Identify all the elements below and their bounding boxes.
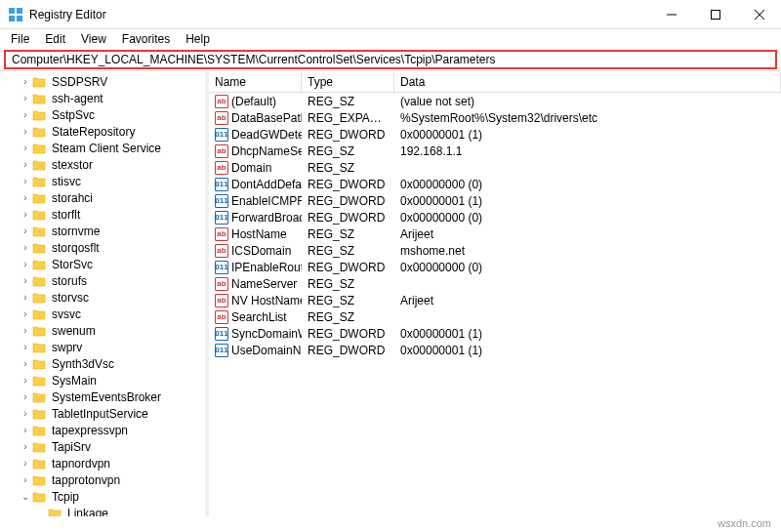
value-data: Arijeet (394, 294, 781, 307)
menu-view[interactable]: View (74, 30, 113, 48)
list-pane[interactable]: Name Type Data ab(Default) REG_SZ (value… (209, 71, 781, 516)
folder-icon (31, 457, 47, 471)
list-row[interactable]: 011SyncDomainWit... REG_DWORD 0x00000001… (209, 325, 781, 342)
list-row[interactable]: abDhcpNameServer REG_SZ 192.168.1.1 (209, 143, 781, 159)
list-row[interactable]: abHostName REG_SZ Arijeet (209, 225, 781, 242)
address-text: Computer\HKEY_LOCAL_MACHINE\SYSTEM\Curre… (12, 53, 496, 66)
list-row[interactable]: 011UseDomainNam... REG_DWORD 0x00000001 … (209, 342, 781, 358)
list-row[interactable]: 011ForwardBroadca... REG_DWORD 0x0000000… (209, 209, 781, 225)
address-bar[interactable]: Computer\HKEY_LOCAL_MACHINE\SYSTEM\Curre… (4, 50, 777, 69)
expand-icon[interactable]: › (20, 109, 31, 120)
list-row[interactable]: 011DeadGWDetect... REG_DWORD 0x00000001 … (209, 126, 781, 143)
tree-item[interactable]: › SystemEventsBroker (0, 389, 205, 405)
minimize-button[interactable] (649, 0, 693, 29)
tree-item[interactable]: › storufs (0, 272, 205, 289)
list-row[interactable]: ab(Default) REG_SZ (value not set) (209, 93, 781, 109)
tree-item[interactable]: › tapprotonvpn (0, 471, 205, 488)
value-type: REG_SZ (302, 161, 394, 175)
expand-icon[interactable]: › (20, 93, 31, 103)
expand-icon[interactable]: › (20, 242, 31, 253)
tree-item[interactable]: › storflt (0, 206, 205, 223)
maximize-button[interactable] (693, 0, 737, 29)
tree-item[interactable]: › storahci (0, 189, 205, 206)
menu-help[interactable]: Help (179, 30, 217, 48)
tree-item[interactable]: ⌄ Tcpip (0, 488, 205, 505)
expand-icon[interactable]: › (20, 143, 31, 153)
tree-item[interactable]: › SstpSvc (0, 106, 205, 123)
expand-icon[interactable]: › (20, 458, 31, 469)
expand-icon[interactable]: › (20, 325, 31, 336)
tree-item[interactable]: › Synth3dVsc (0, 355, 205, 372)
tree-item[interactable]: › storvsc (0, 289, 205, 306)
dword-icon: 011 (215, 261, 228, 274)
value-data: 0x00000001 (1) (394, 344, 781, 357)
expand-icon[interactable]: › (20, 308, 31, 319)
list-row[interactable]: 011DontAddDefault... REG_DWORD 0x0000000… (209, 176, 781, 192)
expand-icon[interactable]: › (20, 391, 31, 402)
tree-item[interactable]: › ssh-agent (0, 90, 205, 106)
svg-rect-3 (17, 16, 22, 21)
menu-favorites[interactable]: Favorites (115, 30, 177, 48)
folder-icon (31, 390, 47, 404)
expand-icon[interactable]: › (20, 358, 31, 369)
header-name[interactable]: Name (209, 71, 302, 92)
value-name: IPEnableRouter (231, 261, 302, 274)
list-row[interactable]: abSearchList REG_SZ (209, 308, 781, 325)
tree-item[interactable]: › TabletInputService (0, 405, 205, 422)
expand-icon[interactable]: ⌄ (20, 491, 31, 502)
expand-icon[interactable]: › (20, 342, 31, 352)
value-type: REG_DWORD (302, 178, 394, 191)
value-type: REG_SZ (302, 227, 394, 241)
list-row[interactable]: abDataBasePath REG_EXPAND_SZ %SystemRoot… (209, 109, 781, 126)
tree-item[interactable]: › swenum (0, 322, 205, 339)
expand-icon[interactable]: › (20, 159, 31, 170)
close-button[interactable] (737, 0, 781, 29)
expand-icon[interactable]: › (20, 209, 31, 220)
header-data[interactable]: Data (394, 71, 781, 92)
expand-icon[interactable]: › (20, 275, 31, 286)
list-row[interactable]: abNameServer REG_SZ (209, 275, 781, 292)
tree-item[interactable]: › tapnordvpn (0, 455, 205, 471)
tree-item[interactable]: › TapiSrv (0, 438, 205, 455)
tree-item[interactable]: › Steam Client Service (0, 140, 205, 156)
tree-item[interactable]: › stisvc (0, 173, 205, 189)
folder-icon (31, 274, 47, 288)
expand-icon[interactable]: › (20, 76, 31, 87)
tree-item[interactable]: › StorSvc (0, 256, 205, 272)
tree-item[interactable]: › StateRepository (0, 123, 205, 140)
list-row[interactable]: abDomain REG_SZ (209, 159, 781, 176)
expand-icon[interactable]: › (20, 441, 31, 452)
string-icon: ab (215, 277, 228, 291)
expand-icon[interactable]: › (20, 225, 31, 236)
menu-file[interactable]: File (4, 30, 36, 48)
tree-item[interactable]: › stexstor (0, 156, 205, 173)
tree-item[interactable]: › storqosflt (0, 239, 205, 256)
expand-icon[interactable]: › (20, 408, 31, 419)
expand-icon[interactable]: › (20, 425, 31, 435)
list-row[interactable]: 011IPEnableRouter REG_DWORD 0x00000000 (… (209, 259, 781, 275)
expand-icon[interactable]: › (20, 259, 31, 269)
expand-icon[interactable]: › (20, 292, 31, 303)
tree-item[interactable]: › swprv (0, 339, 205, 355)
folder-icon (31, 208, 47, 222)
list-row[interactable]: abNV HostName REG_SZ Arijeet (209, 292, 781, 308)
tree-label: TabletInputService (50, 407, 150, 421)
tree-item[interactable]: › tapexpressvpn (0, 422, 205, 438)
value-name: NameServer (231, 277, 297, 291)
tree-item[interactable]: › SSDPSRV (0, 73, 205, 90)
menu-edit[interactable]: Edit (38, 30, 72, 48)
tree-item[interactable]: Linkage (0, 505, 205, 516)
expand-icon[interactable]: › (20, 176, 31, 186)
list-row[interactable]: abICSDomain REG_SZ mshome.net (209, 242, 781, 259)
header-type[interactable]: Type (302, 71, 394, 92)
tree-item[interactable]: › stornvme (0, 223, 205, 239)
value-type: REG_SZ (302, 244, 394, 258)
tree-item[interactable]: › SysMain (0, 372, 205, 389)
tree-item[interactable]: › svsvc (0, 306, 205, 322)
expand-icon[interactable]: › (20, 126, 31, 137)
expand-icon[interactable]: › (20, 192, 31, 203)
tree-pane[interactable]: › SSDPSRV › ssh-agent › SstpSvc › StateR… (0, 71, 205, 516)
expand-icon[interactable]: › (20, 375, 31, 386)
expand-icon[interactable]: › (20, 474, 31, 485)
list-row[interactable]: 011EnableICMPRedi... REG_DWORD 0x0000000… (209, 192, 781, 209)
